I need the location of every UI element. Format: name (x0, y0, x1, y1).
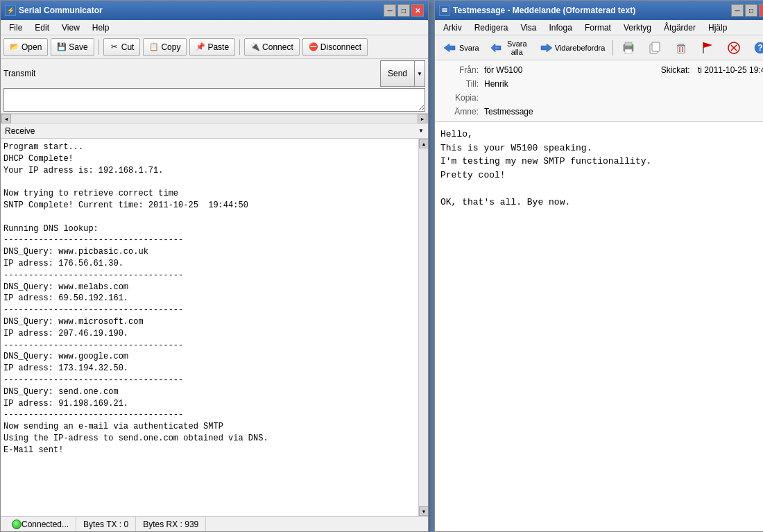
menu-view[interactable]: View (56, 22, 85, 34)
help-email-icon: ? (753, 40, 763, 55)
menu-help[interactable]: Help (87, 22, 115, 34)
svg-rect-10 (678, 44, 684, 45)
svg-marker-16 (703, 42, 712, 48)
transmit-input[interactable] (3, 88, 425, 112)
print-icon (621, 40, 636, 55)
menu-format[interactable]: Format (579, 22, 617, 34)
close-email-icon (726, 40, 741, 55)
transmit-header: Transmit Send ▼ (3, 60, 425, 87)
menu-arkiv[interactable]: Arkiv (438, 22, 468, 34)
email-app-icon: ✉ (439, 5, 450, 16)
from-row: Från: för W5100 Skickat: ti 2011-10-25 1… (440, 63, 763, 77)
menu-infoga[interactable]: Infoga (544, 22, 578, 34)
subject-row: Ämne: Testmessage (440, 105, 763, 119)
connection-status: Connected... (5, 517, 76, 531)
reply-icon (443, 40, 458, 55)
serial-toolbar: 📂 Open 💾 Save ✂ Cut 📋 Copy 📌 Paste 🔌 Con… (1, 35, 428, 59)
h-scroll-track[interactable] (21, 115, 408, 122)
connect-button[interactable]: 🔌 Connect (244, 38, 300, 56)
email-titlebar: ✉ Testmessage - Meddelande (Oformaterad … (435, 1, 763, 20)
cc-label: Kopia: (440, 93, 479, 103)
svg-rect-6 (625, 49, 632, 53)
svg-rect-9 (652, 42, 660, 51)
to-value: Henrik (484, 79, 508, 89)
paste-button[interactable]: 📌 Paste (189, 38, 235, 56)
minimize-button[interactable]: ─ (384, 4, 396, 17)
from-value: för W5100 (484, 65, 522, 75)
receive-section: Receive ▼ Program start... DHCP Complete… (1, 123, 428, 516)
receive-content: Program start... DHCP Complete! Your IP … (1, 139, 428, 516)
status-bar: Connected... Bytes TX : 0 Bytes RX : 939 (1, 516, 428, 531)
serial-communicator-window: ⚡ Serial Communicator ─ □ ✕ File Edit Vi… (0, 0, 429, 532)
flag-button[interactable] (695, 38, 720, 58)
delete-email-button[interactable] (669, 38, 694, 58)
delete-email-icon (674, 40, 689, 55)
menu-hjalp[interactable]: Hjälp (703, 22, 732, 34)
paste-icon: 📌 (196, 42, 205, 52)
copy-icon: 📋 (149, 42, 159, 52)
app-icon: ⚡ (5, 5, 16, 16)
v-scroll-track[interactable] (419, 148, 428, 506)
email-body: Hello, This is your W5100 speaking. I'm … (435, 122, 763, 531)
email-minimize-button[interactable]: ─ (731, 4, 744, 17)
email-menu-bar: Arkiv Redigera Visa Infoga Format Verkty… (435, 20, 763, 35)
cut-icon: ✂ (110, 42, 119, 52)
receive-label: Receive (5, 126, 35, 136)
scroll-down-arrow[interactable]: ▼ (419, 506, 428, 516)
receive-scrollbar[interactable]: ▲ ▼ (418, 139, 428, 516)
email-window: ✉ Testmessage - Meddelande (Oformaterad … (434, 0, 763, 532)
separator-1 (98, 40, 99, 55)
reply-button[interactable]: Svara (438, 38, 484, 58)
email-window-title: Testmessage - Meddelande (Oformaterad te… (453, 6, 635, 15)
email-close-button[interactable]: ✕ (759, 4, 763, 17)
save-button[interactable]: 💾 Save (51, 38, 94, 56)
receive-header: Receive ▼ (1, 123, 428, 139)
copy-button[interactable]: 📋 Copy (143, 38, 187, 56)
svg-rect-12 (678, 46, 685, 53)
email-maximize-button[interactable]: □ (745, 4, 757, 17)
cut-button[interactable]: ✂ Cut (103, 38, 141, 56)
window-title: Serial Communicator (19, 6, 103, 15)
print-button[interactable] (616, 38, 641, 58)
titlebar-left: ⚡ Serial Communicator (5, 5, 103, 16)
serial-menu-bar: File Edit View Help (1, 20, 428, 35)
menu-atgarder[interactable]: Åtgärder (658, 22, 701, 34)
window-controls: ─ □ ✕ (384, 4, 424, 17)
menu-edit[interactable]: Edit (29, 22, 55, 34)
send-dropdown-button[interactable]: ▼ (414, 60, 425, 87)
svg-marker-3 (541, 44, 552, 52)
scroll-left-arrow[interactable]: ◄ (1, 114, 11, 123)
bytes-tx-status: Bytes TX : 0 (76, 517, 136, 531)
transmit-scrollbar[interactable]: ◄ ► (1, 114, 428, 123)
email-window-controls: ─ □ ✕ (731, 4, 763, 17)
forward-icon (538, 40, 554, 55)
send-button-group: Send ▼ (380, 60, 425, 87)
copy-email-button[interactable] (642, 38, 667, 58)
transmit-label: Transmit (3, 69, 35, 78)
email-toolbar: Svara Svara alla Vidarebefordra (435, 35, 763, 60)
open-button[interactable]: 📂 Open (3, 38, 48, 56)
reply-all-button[interactable]: Svara alla (486, 38, 532, 58)
disconnect-button[interactable]: ⛔ Disconnect (302, 38, 368, 56)
reply-all-icon (490, 40, 506, 55)
menu-redigera[interactable]: Redigera (469, 22, 514, 34)
open-icon: 📂 (10, 42, 19, 52)
maximize-button[interactable]: □ (397, 4, 410, 17)
menu-visa[interactable]: Visa (515, 22, 542, 34)
menu-verktyg[interactable]: Verktyg (618, 22, 657, 34)
send-button[interactable]: Send (380, 60, 414, 87)
forward-button[interactable]: Vidarebefordra (533, 38, 610, 58)
scroll-up-arrow[interactable]: ▲ (419, 139, 428, 148)
subject-label: Ämne: (440, 107, 479, 117)
help-email-button[interactable]: ? (748, 38, 763, 58)
svg-text:?: ? (757, 43, 762, 53)
scroll-right-arrow[interactable]: ► (418, 114, 427, 123)
close-button[interactable]: ✕ (411, 4, 424, 17)
to-label: Till: (440, 79, 479, 89)
receive-dropdown-arrow[interactable]: ▼ (418, 128, 424, 134)
close-email-button[interactable] (721, 38, 746, 58)
serial-titlebar: ⚡ Serial Communicator ─ □ ✕ (1, 1, 428, 20)
email-body-text: Hello, This is your W5100 speaking. I'm … (435, 122, 763, 531)
connection-indicator (12, 520, 22, 529)
menu-file[interactable]: File (3, 22, 28, 34)
